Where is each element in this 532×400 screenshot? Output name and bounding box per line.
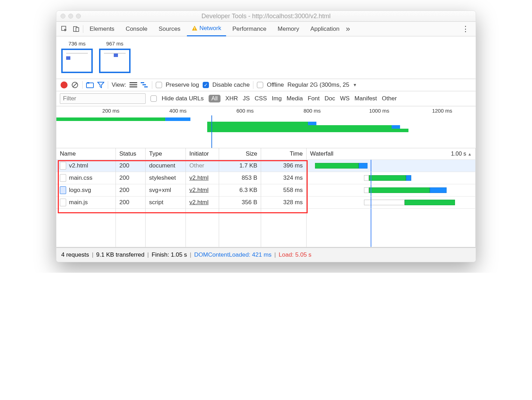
waterfall-view-icon[interactable] (141, 82, 148, 88)
filter-category-ws[interactable]: WS (340, 95, 349, 102)
svg-rect-12 (141, 82, 144, 83)
offline-label: Offline (267, 81, 284, 88)
svg-rect-10 (130, 84, 137, 85)
preserve-log-checkbox[interactable] (156, 82, 162, 88)
network-table: Name Status Type Initiator Size Time Wat… (56, 148, 476, 247)
throttling-select[interactable]: Regular 2G (300ms, 25 (287, 81, 349, 88)
filter-input[interactable] (60, 93, 146, 104)
tab-memory[interactable]: Memory (273, 22, 304, 36)
filmstrip-frame[interactable]: 736 ms (61, 41, 93, 73)
inspect-element-icon[interactable] (59, 24, 70, 34)
svg-rect-14 (144, 86, 148, 87)
col-time[interactable]: Time (261, 148, 307, 160)
timeline-tick: 200 ms (102, 108, 119, 114)
svg-rect-11 (130, 86, 137, 87)
filter-category-manifest[interactable]: Manifest (355, 95, 377, 102)
zoom-window-button[interactable] (76, 14, 81, 19)
network-toolbar: View: Preserve log ✓ Disable cache Offli… (56, 79, 476, 91)
close-window-button[interactable] (61, 14, 65, 19)
capture-screenshots-icon[interactable] (86, 82, 94, 88)
timeline-tick: 800 ms (303, 108, 321, 114)
device-toolbar-icon[interactable] (71, 24, 82, 34)
filter-category-doc[interactable]: Doc (324, 95, 335, 102)
table-row[interactable]: logo.svg (56, 184, 116, 197)
hide-data-urls-checkbox[interactable] (150, 95, 157, 102)
filter-category-xhr[interactable]: XHR (225, 95, 238, 102)
large-rows-icon[interactable] (130, 82, 137, 88)
filter-category-css[interactable]: CSS (255, 95, 267, 102)
filter-category-js[interactable]: JS (243, 95, 250, 102)
file-icon (60, 174, 66, 182)
divider (108, 81, 108, 89)
disable-cache-label: Disable cache (212, 81, 250, 88)
cell-waterfall (307, 172, 476, 184)
offline-checkbox[interactable] (257, 82, 263, 88)
cell-type: stylesheet (146, 172, 186, 184)
file-icon (60, 199, 66, 206)
col-status[interactable]: Status (116, 148, 146, 160)
timeline-tick: 600 ms (236, 108, 253, 114)
status-requests: 4 requests (61, 251, 89, 258)
titlebar: Developer Tools - http://localhost:3000/… (56, 11, 476, 22)
minimize-window-button[interactable] (68, 14, 73, 19)
col-size[interactable]: Size (219, 148, 261, 160)
col-waterfall[interactable]: Waterfall 1.00 s▲ (307, 148, 476, 160)
divider (82, 81, 83, 89)
col-type[interactable]: Type (146, 148, 186, 160)
col-initiator[interactable]: Initiator (186, 148, 219, 160)
table-row[interactable]: main.js (56, 197, 116, 209)
settings-menu-icon[interactable]: ⋮ (458, 24, 473, 34)
filmstrip-thumb (99, 49, 131, 73)
tab-network[interactable]: Network (187, 22, 226, 36)
cell-status: 200 (116, 160, 146, 172)
table-row[interactable]: v2.html (56, 160, 116, 172)
svg-rect-13 (142, 84, 146, 85)
divider (83, 25, 83, 33)
filter-category-img[interactable]: Img (272, 95, 282, 102)
warning-icon (192, 26, 197, 31)
cell-initiator[interactable]: v2.html (186, 184, 219, 197)
cell-initiator: Other (186, 160, 219, 172)
timeline-overview[interactable]: 200 ms 400 ms 600 ms 800 ms 1000 ms 1200… (56, 106, 476, 148)
filmstrip-frame[interactable]: 967 ms (99, 41, 131, 73)
record-button[interactable] (61, 81, 68, 88)
tab-application[interactable]: Application (306, 22, 344, 36)
chevron-down-icon[interactable]: ▼ (353, 83, 357, 87)
status-finish: Finish: 1.05 s (152, 251, 187, 258)
filter-category-media[interactable]: Media (287, 95, 303, 102)
cell-size: 6.3 KB (219, 184, 261, 197)
cell-status: 200 (116, 184, 146, 197)
filter-category-all[interactable]: All (209, 95, 220, 102)
timeline-tick: 1000 ms (369, 108, 390, 114)
tab-sources[interactable]: Sources (154, 22, 185, 36)
cell-initiator[interactable]: v2.html (186, 197, 219, 209)
filter-category-font[interactable]: Font (308, 95, 320, 102)
cell-type: svg+xml (146, 184, 186, 197)
filter-icon[interactable] (97, 82, 104, 88)
timeline-tick: 400 ms (169, 108, 187, 114)
filmstrip-frame-time: 736 ms (61, 41, 93, 47)
sort-ascending-icon: ▲ (468, 152, 472, 157)
tab-console[interactable]: Console (121, 22, 152, 36)
svg-rect-9 (130, 82, 137, 83)
table-row[interactable]: main.css (56, 172, 116, 184)
cell-type: script (146, 197, 186, 209)
status-domcontentloaded: DOMContentLoaded: 421 ms (194, 251, 272, 258)
cell-initiator[interactable]: v2.html (186, 172, 219, 184)
clear-icon[interactable] (71, 81, 79, 89)
cell-time: 558 ms (261, 184, 307, 197)
filmstrip-frame-time: 967 ms (99, 41, 131, 47)
cell-waterfall (307, 184, 476, 197)
status-bar: 4 requests | 9.1 KB transferred | Finish… (56, 248, 476, 262)
more-tabs-icon[interactable]: » (346, 24, 350, 34)
col-name[interactable]: Name (56, 148, 116, 160)
filter-category-other[interactable]: Other (382, 95, 397, 102)
devtools-window: Developer Tools - http://localhost:3000/… (56, 10, 476, 262)
tab-performance[interactable]: Performance (227, 22, 271, 36)
view-label: View: (112, 81, 126, 88)
disable-cache-checkbox[interactable]: ✓ (203, 82, 209, 88)
filmstrip-thumb (61, 49, 93, 73)
svg-rect-3 (194, 27, 195, 29)
tab-elements[interactable]: Elements (85, 22, 119, 36)
cell-time: 324 ms (261, 172, 307, 184)
